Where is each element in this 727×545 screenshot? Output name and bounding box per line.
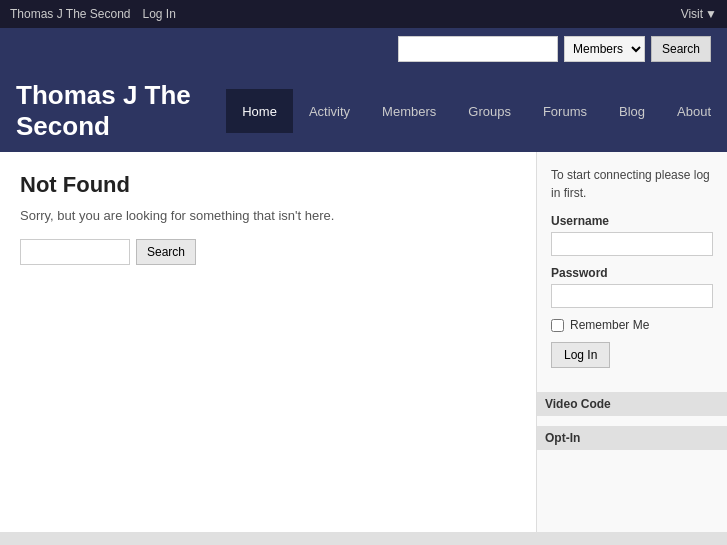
admin-bar-site-title[interactable]: Thomas J The Second [10,7,131,21]
admin-bar-login[interactable]: Log In [143,7,176,21]
sidebar-connect-text: To start connecting please log in first. [551,166,713,202]
visit-dropdown[interactable]: Visit ▼ [681,7,717,21]
password-input[interactable] [551,284,713,308]
nav-item-forums[interactable]: Forums [527,89,603,133]
nav-item-activity[interactable]: Activity [293,89,366,133]
nav-item-about[interactable]: About [661,89,727,133]
username-label: Username [551,214,713,228]
not-found-title: Not Found [20,172,516,198]
visit-arrow: ▼ [705,7,717,21]
sidebar: To start connecting please log in first.… [537,152,727,532]
content-search: Search [20,239,516,265]
video-code-header: Video Code [537,392,727,416]
site-header: Members Search Thomas J The Second HomeA… [0,28,727,152]
remember-me-checkbox[interactable] [551,319,564,332]
remember-me-label: Remember Me [570,318,649,332]
content-search-button[interactable]: Search [136,239,196,265]
visit-label: Visit [681,7,703,21]
nav-item-members[interactable]: Members [366,89,452,133]
main-wrapper: Not Found Sorry, but you are looking for… [0,152,727,532]
password-label: Password [551,266,713,280]
nav-item-blog[interactable]: Blog [603,89,661,133]
header-search-button[interactable]: Search [651,36,711,62]
login-button[interactable]: Log In [551,342,610,368]
username-input[interactable] [551,232,713,256]
admin-bar: Thomas J The Second Log In Visit ▼ [0,0,727,28]
nav-item-groups[interactable]: Groups [452,89,527,133]
opt-in-header: Opt-In [537,426,727,450]
not-found-message: Sorry, but you are looking for something… [20,208,516,223]
remember-row: Remember Me [551,318,713,332]
content-area: Not Found Sorry, but you are looking for… [0,152,537,532]
content-search-input[interactable] [20,239,130,265]
header-search-input[interactable] [398,36,558,62]
main-nav: HomeActivityMembersGroupsForumsBlogAbout [226,89,727,133]
header-search-select[interactable]: Members [564,36,645,62]
header-top: Members Search [0,28,727,70]
header-bottom: Thomas J The Second HomeActivityMembersG… [0,70,727,152]
site-title: Thomas J The Second [16,70,226,152]
nav-item-home[interactable]: Home [226,89,293,133]
footer: Thomas J The Second is proudly powered b… [0,532,727,545]
